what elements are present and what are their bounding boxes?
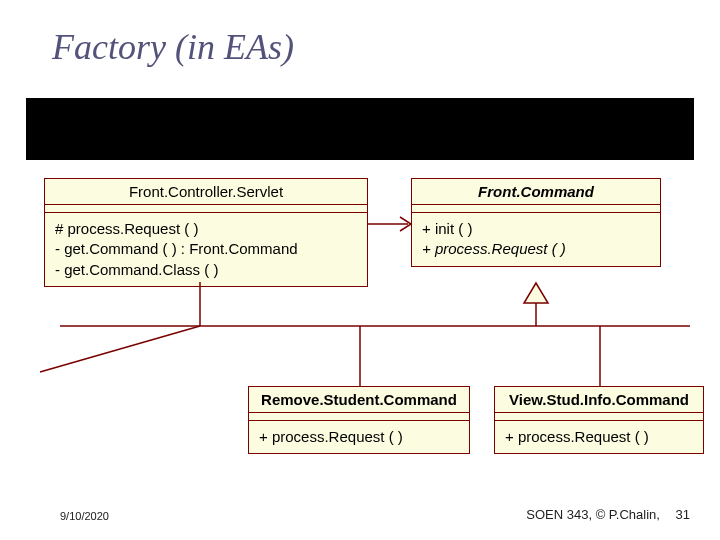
- class-attrs-empty: [412, 205, 660, 213]
- op-line: - get.Command ( ) : Front.Command: [55, 239, 357, 259]
- class-header: Remove.Student.Command: [249, 387, 469, 413]
- class-attrs-empty: [45, 205, 367, 213]
- black-bar: [26, 98, 694, 160]
- footer-course: SOEN 343, © P.Chalin,: [526, 507, 660, 522]
- class-front-controller-servlet: Front.Controller.Servlet # process.Reque…: [44, 178, 368, 287]
- op-line: + init ( ): [422, 219, 650, 239]
- op-line: + process.Request ( ): [505, 427, 693, 447]
- op-line-italic: + process.Request ( ): [422, 239, 650, 259]
- class-ops: # process.Request ( ) - get.Command ( ) …: [45, 213, 367, 286]
- svg-marker-3: [524, 283, 548, 303]
- footer-right: SOEN 343, © P.Chalin, 31: [526, 507, 690, 522]
- class-attrs-empty: [495, 413, 703, 421]
- footer-page-number: 31: [676, 507, 690, 522]
- op-line: - get.Command.Class ( ): [55, 260, 357, 280]
- class-ops: + process.Request ( ): [495, 421, 703, 453]
- class-header: Front.Controller.Servlet: [45, 179, 367, 205]
- footer-date: 9/10/2020: [60, 510, 109, 522]
- class-remove-student-command: Remove.Student.Command + process.Request…: [248, 386, 470, 454]
- class-view-stud-info-command: View.Stud.Info.Command + process.Request…: [494, 386, 704, 454]
- class-header: View.Stud.Info.Command: [495, 387, 703, 413]
- slide-title: Factory (in EAs): [52, 26, 294, 68]
- class-attrs-empty: [249, 413, 469, 421]
- class-header: Front.Command: [412, 179, 660, 205]
- op-line: # process.Request ( ): [55, 219, 357, 239]
- op-line: + process.Request ( ): [259, 427, 459, 447]
- svg-line-2: [40, 326, 200, 372]
- class-ops: + init ( ) + process.Request ( ): [412, 213, 660, 266]
- class-ops: + process.Request ( ): [249, 421, 469, 453]
- class-front-command: Front.Command + init ( ) + process.Reque…: [411, 178, 661, 267]
